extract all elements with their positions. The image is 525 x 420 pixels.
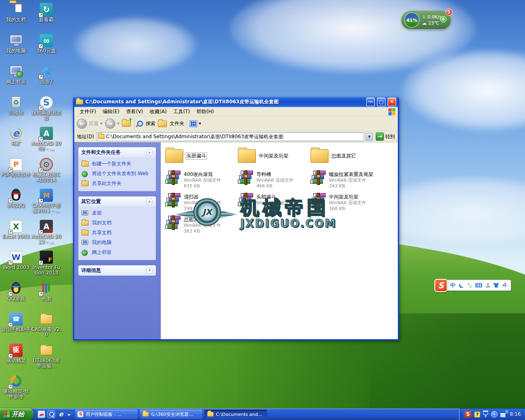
maximize-button[interactable]: □	[377, 98, 386, 106]
minimize-button[interactable]: —	[366, 98, 375, 106]
desktop-icon-excel[interactable]: X↗ Excel 2003	[1, 219, 31, 251]
desktop-icon-my-computer[interactable]: 我的电脑	[1, 34, 31, 65]
menu-edit[interactable]: 编辑(E)	[100, 107, 122, 116]
menu-file[interactable]: 文件(F)	[77, 107, 99, 116]
quicklaunch-search-icon[interactable]	[48, 411, 55, 418]
place-network[interactable]: 网上邻居	[82, 249, 153, 256]
taskbar-button-control-panel[interactable]: S 用户控制面板 - ...	[75, 410, 137, 419]
tray-sogou-icon[interactable]: S	[465, 411, 471, 418]
desktop-icon-kingsoft-assistant[interactable]: ☎↗ 金山手机助手	[1, 312, 31, 343]
folder-icon	[39, 343, 53, 357]
expand-chevron-icon[interactable]: «	[146, 267, 153, 274]
section-header[interactable]: 文件和文件夹任务 «	[78, 147, 156, 158]
up-button[interactable]: ↑	[122, 120, 132, 128]
forward-button[interactable]: → ▼	[105, 119, 119, 129]
archive-tile[interactable]: 导料槽 WinRAR 压缩文件 466 KB	[238, 171, 308, 189]
360-speed-widget[interactable]: 41% ↓0.0K/s ☁23℃ + 5	[401, 11, 451, 30]
views-button[interactable]: ▼	[189, 120, 201, 127]
menu-favorites[interactable]: 收藏(A)	[147, 107, 170, 116]
file-list-area[interactable]: 头部漏斗 中间架及珩架 总图及其它 400改向滚筒 WinRAR 压缩文件 63…	[161, 142, 398, 339]
desktop-icon-pdf-reader[interactable]: P↗ PDF阅读软件	[1, 158, 31, 189]
tray-help-icon[interactable]: ?	[474, 411, 480, 418]
folder-tile[interactable]: 中间架及珩架	[238, 148, 308, 163]
menu-view[interactable]: 查看(V)	[123, 107, 146, 116]
folders-button[interactable]: 文件夹	[158, 120, 184, 127]
desktop-icon-360-cloud[interactable]: ∞↗ 360云盘	[31, 34, 62, 65]
widget-badge[interactable]: 5	[445, 9, 452, 16]
start-button[interactable]: 开始	[0, 409, 34, 420]
archive-tile[interactable]: 头部漏斗 WinRAR 压缩文件	[238, 193, 308, 208]
task-new-folder[interactable]: 创建一个新文件夹	[82, 161, 153, 167]
tray-window-icon[interactable]	[483, 411, 488, 415]
my-documents-icon	[82, 220, 89, 226]
collapse-chevron-icon[interactable]: «	[146, 149, 153, 156]
desktop-icon-cad-2014[interactable]: ⚙↗ 机械工程师CAD2014	[31, 158, 62, 189]
desktop-icon-qq-game[interactable]: ↗ QQ游戏	[1, 281, 31, 313]
desktop-icon-network-places[interactable]: 网上邻居	[1, 64, 31, 96]
close-button[interactable]: ✕	[388, 98, 396, 106]
fullwidth-moon-icon[interactable]	[459, 283, 464, 288]
desktop-icon-driver-genius[interactable]: 驱↗ 驱动精灵	[1, 343, 31, 374]
tray-collapse-chevron[interactable]: ‹	[491, 411, 498, 418]
desktop-icon-duba[interactable]: ↻↗ 新毒霸	[31, 2, 62, 34]
memory-ball[interactable]: 41%	[404, 12, 420, 28]
quicklaunch-ie-icon[interactable]: e	[57, 411, 65, 418]
desktop-icon-xunlei[interactable]: ↗ 迅雷7	[31, 64, 62, 96]
place-my-computer[interactable]: 我的电脑	[82, 240, 153, 246]
section-header[interactable]: 其它位置 «	[78, 196, 156, 207]
desktop-icon-ie[interactable]: e 马矿	[1, 126, 31, 158]
address-input[interactable]: C:\Documents and Settings\Administrator\…	[97, 132, 364, 141]
archive-tile[interactable]: 总图及其它 WinRAR 压缩文件 362 KB	[165, 216, 236, 234]
desktop-icon-sogou-browser[interactable]: S↗ 搜狗高速浏览器	[31, 96, 62, 127]
network-tray-icon[interactable]	[500, 412, 507, 417]
quicklaunch-sogou-icon[interactable]	[38, 411, 45, 418]
desktop-icon-my-documents[interactable]: 我的文档	[1, 2, 31, 34]
place-my-documents[interactable]: 我的文档	[82, 220, 153, 226]
sogou-logo-icon[interactable]: S	[434, 279, 447, 292]
desktop-icon-inventor-fusion[interactable]: F↗ Inventor Fusion 2013	[31, 250, 62, 281]
folder-tile[interactable]: 头部漏斗	[165, 148, 236, 163]
task-publish-web[interactable]: 将这个文件夹发布到 Web	[82, 171, 153, 177]
account-icon[interactable]	[486, 283, 490, 288]
winrar-icon	[165, 171, 181, 185]
desktop-icon-driver-genius-software[interactable]: ↗ 驱动精灵-软件管理	[1, 374, 31, 405]
archive-tile[interactable]: 清扫器 WinRAR 压缩文件 399 KB	[165, 193, 236, 212]
autocad-2008-icon: A↗	[39, 126, 53, 140]
skin-icon[interactable]	[493, 283, 499, 288]
quicklaunch-overflow-chevron[interactable]: »	[67, 411, 71, 418]
window-titlebar[interactable]: C:\Documents and Settings\Administrator\…	[74, 97, 398, 107]
archive-tile[interactable]: 400改向滚筒 WinRAR 压缩文件 635 KB	[165, 171, 236, 189]
soft-keyboard-icon[interactable]	[475, 283, 482, 288]
desktop-icon-dtii8063-folder[interactable]: DTII8063皮带运输...	[31, 343, 62, 374]
place-desktop[interactable]: 桌面	[82, 210, 153, 217]
desktop-icon-autocad-2008[interactable]: A↗ AutoCAD 2008 - ...	[31, 126, 62, 158]
desktop-icon-caxa[interactable]: M↗ CAXA电子图板2011 - ...	[31, 188, 62, 219]
archive-tile[interactable]: 螺旋拉紧装置及尾架 WinRAR 压缩文件 243 KB	[310, 171, 381, 189]
desktop-icon-recycle-bin[interactable]: ♻ 回收站	[1, 96, 31, 127]
menu-help[interactable]: 帮助(H)	[194, 107, 217, 116]
address-dropdown-button[interactable]: ▼	[366, 133, 373, 141]
desktop-icon-paint[interactable]: ↗ 画图	[31, 281, 62, 313]
sogou-input-bar[interactable]: S 中 °, ⚒	[436, 280, 511, 291]
section-header[interactable]: 详细信息 «	[78, 265, 156, 276]
widget-plus-button[interactable]: +	[440, 16, 447, 23]
desktop-icon-word[interactable]: W↗ Word 2003	[1, 250, 31, 281]
place-shared-documents[interactable]: 共享文档	[82, 230, 153, 236]
back-button[interactable]: ← 后退 ▼	[77, 119, 103, 129]
desktop-icon-qq[interactable]: ↗ 腾讯QQ	[1, 188, 31, 219]
desktop-icon-autocad-2013[interactable]: A↗ AutoCAD 2013 - ...	[31, 219, 62, 251]
taskbar-button-documents[interactable]: C:\Documents and...	[205, 410, 267, 419]
task-share-folder[interactable]: 共享此文件夹	[82, 180, 153, 187]
go-button[interactable]: → 转到	[374, 132, 396, 141]
punctuation-button[interactable]: °,	[468, 280, 472, 291]
menu-tools[interactable]: 工具(T)	[170, 107, 193, 116]
desktop-icon-cad-antivirus-folder[interactable]: CAD杀毒 V2.0	[31, 312, 62, 343]
folder-tile[interactable]: 总图及其它	[310, 148, 381, 163]
archive-tile[interactable]: 中间架及珩架 WinRAR 压缩文件 168 KB	[310, 193, 381, 212]
settings-wrench-icon[interactable]: ⚒	[501, 281, 509, 289]
system-tray: S ? ▼ ‹ 8:16	[459, 409, 525, 420]
collapse-chevron-icon[interactable]: «	[146, 198, 153, 205]
chinese-mode-button[interactable]: 中	[450, 280, 455, 291]
taskbar-button-g-drive[interactable]: G:\360安全浏览器...	[140, 410, 202, 419]
search-button[interactable]: 搜索	[137, 120, 155, 127]
